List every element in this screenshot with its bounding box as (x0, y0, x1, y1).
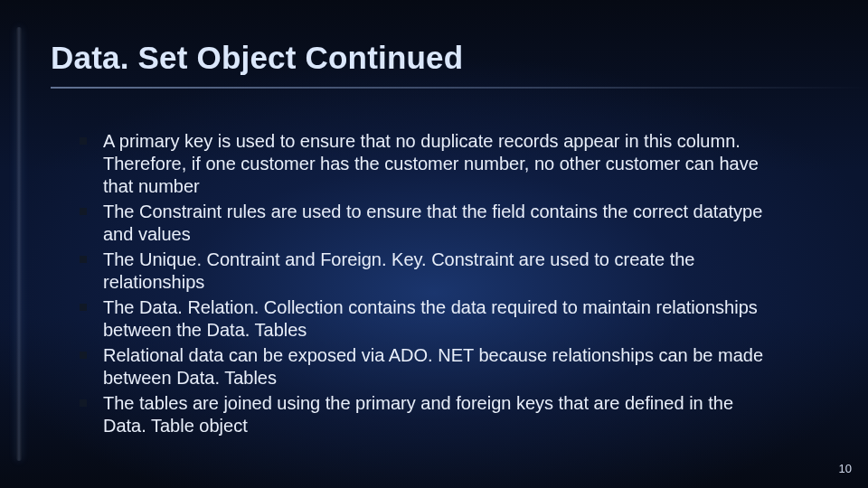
page-number: 10 (839, 462, 852, 475)
slide: Data. Set Object Continued A primary key… (0, 0, 868, 488)
title-underline (51, 87, 868, 89)
bullet-text: The Data. Relation. Collection contains … (103, 297, 758, 340)
left-decor-rail (16, 27, 22, 461)
slide-title: Data. Set Object Continued (51, 40, 832, 76)
list-item: The Unique. Contraint and Foreign. Key. … (80, 249, 781, 294)
list-item: Relational data can be exposed via ADO. … (80, 344, 781, 389)
bullet-text: The Unique. Contraint and Foreign. Key. … (103, 249, 694, 292)
bullet-text: The Constraint rules are used to ensure … (103, 202, 762, 244)
bullet-text: The tables are joined using the primary … (103, 393, 733, 436)
list-item: The tables are joined using the primary … (80, 392, 781, 437)
bullet-text: A primary key is used to ensure that no … (103, 131, 759, 196)
list-item: The Constraint rules are used to ensure … (80, 201, 781, 246)
bullet-list: A primary key is used to ensure that no … (80, 130, 781, 440)
list-item: A primary key is used to ensure that no … (80, 130, 781, 198)
list-item: The Data. Relation. Collection contains … (80, 296, 781, 342)
bullet-text: Relational data can be exposed via ADO. … (103, 345, 763, 388)
